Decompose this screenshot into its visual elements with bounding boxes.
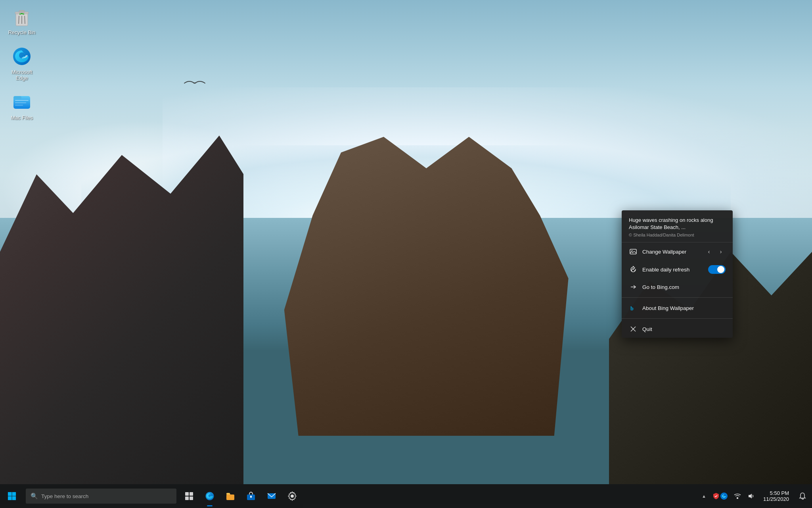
svg-rect-22	[185, 492, 189, 496]
search-bar[interactable]: 🔍 Type here to search	[26, 489, 176, 504]
recycle-bin-icon[interactable]: Recycle Bin	[4, 4, 40, 38]
change-wallpaper-item[interactable]: Change Wallpaper ‹ ›	[622, 242, 733, 261]
start-button[interactable]	[0, 484, 24, 508]
next-wallpaper-button[interactable]: ›	[716, 247, 726, 256]
windows-logo-icon	[8, 492, 16, 500]
tray-arrow-icon: ▲	[702, 494, 706, 498]
svg-rect-18	[8, 492, 12, 496]
mail-icon	[266, 491, 277, 501]
svg-rect-21	[12, 496, 16, 500]
search-placeholder: Type here to search	[41, 493, 88, 499]
enable-daily-refresh-label: Enable daily refresh	[642, 267, 708, 273]
store-taskbar-icon[interactable]	[241, 484, 260, 508]
svg-rect-10	[15, 102, 26, 103]
svg-rect-12	[630, 249, 636, 254]
svg-marker-33	[749, 494, 752, 498]
clock-time: 5:50 PM	[770, 490, 789, 496]
change-wallpaper-label: Change Wallpaper	[642, 249, 704, 255]
network-tray-icon[interactable]	[731, 484, 744, 508]
svg-rect-25	[190, 496, 193, 500]
tray-overflow-button[interactable]: ▲	[699, 484, 709, 508]
svg-point-13	[632, 250, 633, 252]
svg-rect-2	[19, 10, 25, 13]
svg-rect-24	[185, 496, 189, 500]
clock-date: 11/25/2020	[763, 496, 789, 502]
svg-rect-32	[737, 497, 738, 499]
bing-wallpaper-tray-icon[interactable]	[720, 493, 728, 500]
clock[interactable]: 5:50 PM 11/25/2020	[758, 484, 795, 508]
system-tray: ▲	[699, 484, 812, 508]
task-view-icon	[184, 491, 194, 501]
go-to-bing-item[interactable]: Go to Bing.com	[622, 278, 733, 296]
file-explorer-taskbar-icon[interactable]	[221, 484, 240, 508]
go-to-bing-icon	[629, 283, 638, 291]
svg-line-5	[25, 16, 25, 24]
menu-header: Huge waves crashing on rocks along Asilo…	[622, 210, 733, 242]
daily-refresh-toggle[interactable]	[708, 265, 726, 274]
svg-rect-29	[250, 496, 252, 498]
microsoft-edge-icon[interactable]: Microsoft Edge	[4, 44, 40, 83]
edge-taskbar-icon-inner	[205, 491, 215, 501]
svg-rect-19	[12, 492, 16, 496]
menu-divider-2	[622, 318, 733, 319]
desktop: Recycle Bin	[0, 0, 812, 484]
refresh-icon	[629, 265, 638, 274]
enable-daily-refresh-item[interactable]: Enable daily refresh	[622, 261, 733, 278]
store-icon	[246, 491, 256, 501]
settings-icon	[287, 491, 297, 501]
mail-taskbar-icon[interactable]	[262, 484, 281, 508]
taskbar-pinned-icons	[180, 484, 302, 508]
search-icon: 🔍	[31, 493, 38, 500]
quit-icon	[629, 325, 638, 333]
svg-rect-27	[226, 495, 234, 500]
mac-files-label: Mac Files	[11, 115, 33, 121]
task-view-button[interactable]	[180, 484, 199, 508]
bing-logo-icon: b	[629, 304, 638, 312]
quit-label: Quit	[642, 326, 726, 332]
about-bing-label: About Bing Wallpaper	[642, 305, 726, 311]
wallpaper-credit: © Sheila Haddad/Danita Delimont	[629, 233, 726, 237]
volume-icon	[747, 493, 755, 500]
wallpaper-nav-arrows: ‹ ›	[704, 247, 726, 256]
network-icon	[734, 493, 741, 500]
edge-label: Microsoft Edge	[6, 69, 38, 81]
svg-rect-9	[15, 100, 29, 101]
taskbar: 🔍 Type here to search	[0, 484, 812, 508]
edge-taskbar-icon[interactable]	[200, 484, 219, 508]
svg-line-3	[19, 16, 19, 24]
svg-rect-8	[13, 96, 21, 99]
notification-center-button[interactable]	[795, 484, 810, 508]
volume-tray-icon[interactable]	[744, 484, 758, 508]
prev-wallpaper-button[interactable]: ‹	[704, 247, 714, 256]
file-explorer-icon	[225, 491, 236, 501]
menu-divider	[622, 297, 733, 298]
recycle-bin-svg	[12, 7, 32, 27]
go-to-bing-label: Go to Bing.com	[642, 284, 726, 290]
bird-icon	[179, 77, 211, 89]
quit-item[interactable]: Quit	[622, 320, 733, 338]
recycle-bin-label: Recycle Bin	[8, 29, 36, 36]
svg-rect-23	[190, 492, 193, 496]
edge-svg	[12, 46, 32, 66]
active-indicator	[207, 505, 213, 506]
mac-files-svg	[12, 92, 32, 112]
notification-icon	[799, 492, 806, 500]
svg-rect-20	[8, 496, 12, 500]
bing-wallpaper-context-menu: Huge waves crashing on rocks along Asilo…	[622, 210, 733, 338]
mac-files-icon[interactable]: Mac Files	[4, 89, 40, 123]
change-wallpaper-icon	[629, 247, 638, 256]
desktop-icons: Recycle Bin	[4, 4, 40, 123]
about-bing-item[interactable]: b About Bing Wallpaper	[622, 299, 733, 317]
svg-rect-11	[15, 105, 23, 106]
security-tray-icon	[712, 493, 720, 500]
wallpaper-title: Huge waves crashing on rocks along Asilo…	[629, 217, 726, 231]
svg-text:b: b	[630, 306, 634, 312]
settings-taskbar-icon[interactable]	[283, 484, 302, 508]
toggle-thumb	[717, 266, 724, 273]
tray-icons-area[interactable]	[709, 484, 731, 508]
toggle-track	[708, 265, 726, 274]
